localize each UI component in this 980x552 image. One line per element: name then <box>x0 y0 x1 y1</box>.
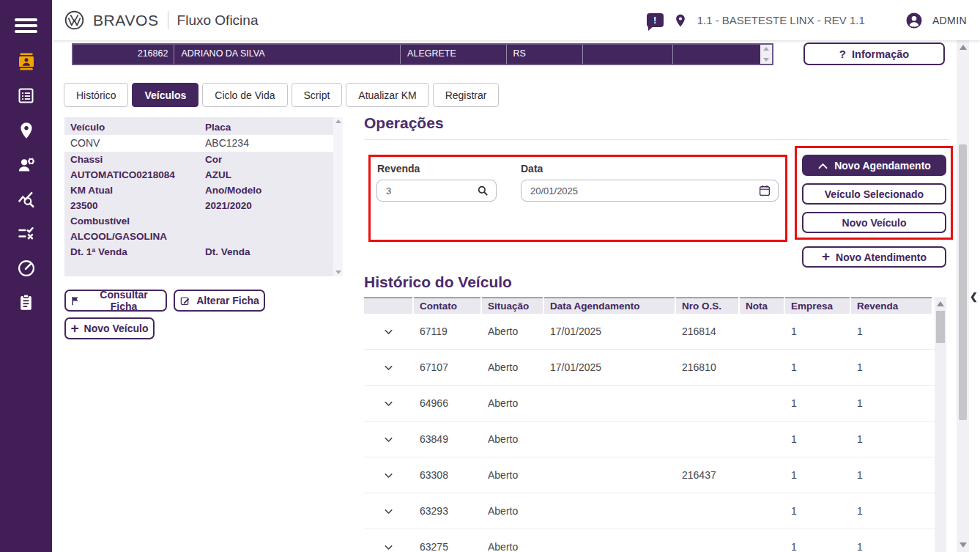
vehicle-grid-row: KM AtualAno/Modelo <box>64 183 333 198</box>
menu-icon[interactable] <box>15 18 37 33</box>
consultar-ficha-button[interactable]: Consultar Ficha <box>64 290 167 312</box>
collapse-panel-icon[interactable]: ❮ <box>970 291 978 302</box>
edit-icon <box>179 295 191 306</box>
clipboard-icon[interactable] <box>0 285 52 320</box>
vehicle-cell: KM Atual <box>70 183 205 198</box>
cell-empresa: 1 <box>785 397 850 409</box>
vehicle-grid-row[interactable]: CONVABC1234 <box>64 135 343 152</box>
tab-veiculos[interactable]: Veículos <box>132 83 198 107</box>
vehicle-grid-row: ChassiCor <box>64 152 333 167</box>
divider <box>364 139 949 140</box>
chevron-up-icon <box>817 161 828 170</box>
tab-ciclo-de-vida[interactable]: Ciclo de Vida <box>202 83 287 107</box>
history-row[interactable]: 67119Aberto17/01/202521681411 <box>364 314 935 350</box>
cell-empresa: 1 <box>785 541 850 552</box>
vehicle-cell: Placa <box>205 119 333 135</box>
scroll-up-icon[interactable] <box>959 45 967 50</box>
tab-script[interactable]: Script <box>292 83 343 107</box>
vehicle-cell: ABC1234 <box>205 135 333 152</box>
data-input[interactable] <box>521 180 779 202</box>
history-row[interactable]: 63849Aberto11 <box>364 422 935 457</box>
vehicle-cell <box>205 213 333 229</box>
history-header-row: ContatoSituaçãoData AgendamentoNro O.S.N… <box>364 297 935 314</box>
bravos-app: BRAVOS Fluxo Oficina ! 1.1 - BASETESTE L… <box>0 0 980 552</box>
revenda-label: Revenda <box>377 163 420 174</box>
cell-nro-os: 216814 <box>676 325 738 337</box>
scroll-down-icon[interactable] <box>335 271 341 274</box>
gauge-icon[interactable] <box>0 251 52 285</box>
novo-atendimento-button[interactable]: + Novo Atendimento <box>802 246 946 268</box>
location-pin-icon[interactable] <box>673 12 688 29</box>
cell-contato: 67107 <box>414 361 480 373</box>
scrollbar-thumb[interactable] <box>959 144 967 420</box>
scrollbar-thumb[interactable] <box>936 311 945 343</box>
chevron-down-icon[interactable] <box>364 541 412 552</box>
user-avatar-icon[interactable] <box>905 12 923 29</box>
calendar-icon[interactable] <box>758 184 771 197</box>
history-row[interactable]: 67107Aberto17/01/202521681011 <box>364 350 935 386</box>
cell-contato: 64966 <box>414 397 480 409</box>
history-col-revenda: Revenda <box>851 297 932 314</box>
form-list-icon[interactable] <box>0 78 52 113</box>
chevron-down-icon[interactable] <box>364 361 412 374</box>
vw-logo-icon <box>64 10 84 30</box>
veiculo-selecionado-button[interactable]: Veículo Selecionado <box>802 183 946 205</box>
scroll-down-icon[interactable] <box>763 58 769 62</box>
page-scrollbar[interactable] <box>957 40 969 552</box>
vehicle-details-panel: VeículoPlacaCONVABC1234ChassiCorAUTOMATI… <box>64 117 343 276</box>
tab-registrar[interactable]: Registrar <box>433 83 500 107</box>
vehicle-grid-row: VeículoPlaca <box>64 119 333 135</box>
novo-veiculo-operations-button[interactable]: Novo Veículo <box>802 212 946 233</box>
tab-historico[interactable]: Histórico <box>64 83 128 107</box>
location-pin-icon[interactable] <box>0 113 52 147</box>
scroll-up-icon[interactable] <box>335 119 341 123</box>
mechanic-icon[interactable] <box>0 147 52 182</box>
history-row[interactable]: 63275Aberto11 <box>364 529 935 552</box>
checklist-icon[interactable] <box>0 216 52 251</box>
customer-strip-row[interactable]: 216862 ADRIANO DA SILVA ALEGRETE RS <box>72 43 773 65</box>
cell-data-agendamento: 17/01/2025 <box>544 361 675 373</box>
strip-scrollbar[interactable] <box>760 45 772 64</box>
search-icon[interactable] <box>476 184 489 197</box>
chevron-down-icon[interactable] <box>364 433 412 446</box>
contact-card-icon[interactable] <box>0 44 52 78</box>
history-row[interactable]: 63293Aberto11 <box>364 493 935 529</box>
customer-extra-cell <box>583 45 673 64</box>
scroll-down-icon[interactable] <box>959 542 967 548</box>
vehicle-panel-scrollbar[interactable] <box>333 117 343 276</box>
tab-bar: HistóricoVeículosCiclo de VidaScriptAtua… <box>64 83 499 107</box>
novo-agendamento-button[interactable]: Novo Agendamento <box>802 155 946 176</box>
module-title: Fluxo Oficina <box>177 12 259 29</box>
cell-situacao: Aberto <box>482 325 543 337</box>
history-col-expander <box>364 297 412 314</box>
scroll-up-icon[interactable] <box>937 301 944 306</box>
history-col-empresa: Empresa <box>785 297 850 314</box>
vehicle-grid-row: ALCOOL/GASOLINA <box>64 229 333 244</box>
analytics-search-icon[interactable] <box>0 182 52 216</box>
history-col-data-agendamento: Data Agendamento <box>544 297 675 314</box>
user-name[interactable]: ADMIN <box>932 15 967 26</box>
plus-icon: + <box>822 249 830 263</box>
chevron-down-icon[interactable] <box>364 325 412 338</box>
history-row[interactable]: 63308Aberto21643711 <box>364 457 935 493</box>
tab-atualizar-km[interactable]: Atualizar KM <box>346 83 428 107</box>
vehicle-grid-row: 235002021/2020 <box>64 198 333 213</box>
history-table-scrollbar[interactable] <box>935 297 946 552</box>
cell-contato: 63293 <box>414 505 480 517</box>
vehicle-cell: 23500 <box>70 198 205 213</box>
history-table: ContatoSituaçãoData AgendamentoNro O.S.N… <box>364 297 935 552</box>
history-col-nota: Nota <box>740 297 784 314</box>
chevron-down-icon[interactable] <box>364 469 412 482</box>
chevron-down-icon[interactable] <box>364 505 412 518</box>
vehicle-cell: CONV <box>70 135 205 152</box>
vehicle-cell: Combustível <box>70 213 205 229</box>
alterar-ficha-button[interactable]: Alterar Ficha <box>174 290 265 312</box>
informacao-button[interactable]: ? Informação <box>803 43 945 65</box>
history-row[interactable]: 64966Aberto11 <box>364 386 935 422</box>
vehicle-cell <box>205 229 333 244</box>
novo-veiculo-button[interactable]: + Novo Veículo <box>64 317 155 339</box>
chat-alert-icon[interactable]: ! <box>647 13 664 27</box>
chevron-down-icon[interactable] <box>364 397 412 410</box>
cell-contato: 63308 <box>414 469 480 481</box>
scroll-up-icon[interactable] <box>763 47 769 51</box>
